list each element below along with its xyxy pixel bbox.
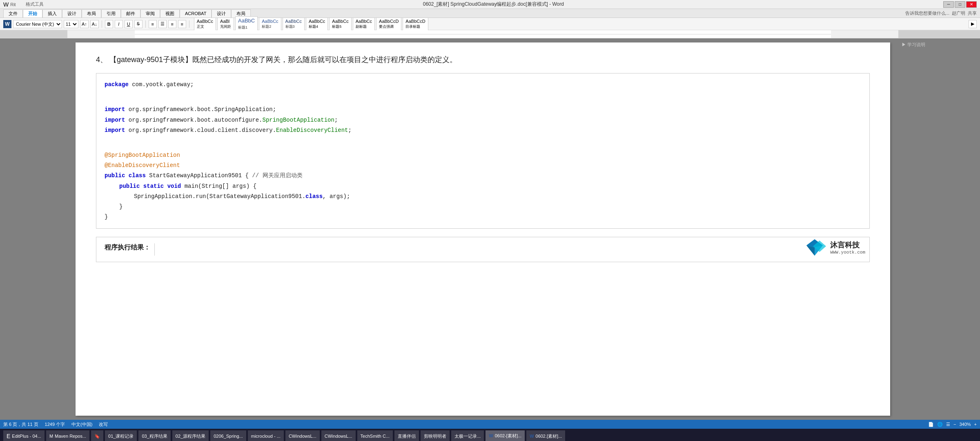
taskbar-results[interactable]: 03_程序结果 — [138, 430, 170, 441]
code-line-annotation2: @EnableDiscoveryClient — [105, 160, 861, 171]
minimize-button[interactable]: ─ — [943, 1, 954, 8]
ribbon-tabs: 文件 开始 插入 设计 布局 引用 邮件 审阅 视图 ACROBAT 设计 布局… — [0, 9, 980, 18]
style-h4[interactable]: AaBbCc标题4 — [306, 18, 328, 31]
style-normal[interactable]: AaBbCc正文 — [194, 18, 216, 31]
taskbar-windows2[interactable]: CWindowsL... — [321, 430, 356, 441]
view-mode-web[interactable]: 🌐 — [937, 422, 943, 427]
ruler — [0, 30, 980, 38]
view-mode-outline[interactable]: ☰ — [946, 422, 950, 427]
window-controls[interactable]: ─ □ ✕ — [943, 1, 977, 8]
tab-references[interactable]: 引用 — [101, 9, 121, 18]
tab-home[interactable]: 开始 — [23, 9, 42, 18]
editplus-label: EditPlus - 04... — [12, 434, 41, 439]
taskbar-live[interactable]: 直播伴侣 — [394, 430, 419, 441]
tab-file[interactable]: 文件 — [3, 9, 23, 18]
brace-close1: } — [119, 203, 122, 210]
view-mode-print[interactable]: 📄 — [928, 422, 934, 427]
tab-design[interactable]: 设计 — [62, 9, 82, 18]
tools-tab[interactable]: 格式工具 — [26, 1, 44, 7]
font-family-select[interactable]: Courier New (中文) — [13, 20, 62, 28]
align-left-btn[interactable]: ≡ — [149, 20, 157, 28]
tab-view[interactable]: 视图 — [160, 9, 180, 18]
taskbar-word2[interactable]: W 0602.[素材]... — [526, 430, 565, 441]
clip-label: 剪映明明者 — [424, 433, 446, 439]
kw-import1: import — [105, 106, 125, 113]
ruler-left-margin — [0, 30, 67, 38]
style-subtitle[interactable]: AaBbCc副标题 — [353, 18, 375, 31]
font-toolbar: W Courier New (中文) 11 A↑ A↓ B I U S̶ ≡ ☰… — [0, 18, 980, 30]
style-h5[interactable]: AaBbCc标题5 — [329, 18, 351, 31]
code-line-import2: import org.springframework.boot.autoconf… — [105, 115, 861, 125]
taskbar-windows1[interactable]: CWindowsL... — [285, 430, 320, 441]
taskbar-source[interactable]: 02_源程序结果 — [172, 430, 209, 441]
zoom-out[interactable]: − — [953, 422, 956, 427]
main-sig: main(String[] args) { — [185, 183, 256, 189]
windows2-label: CWindowsL... — [325, 434, 352, 439]
code-line-annotation1: @SpringBootApplication — [105, 150, 861, 160]
strikethrough-btn[interactable]: S̶ — [134, 20, 143, 28]
taskbar-clip[interactable]: 剪映明明者 — [421, 430, 450, 441]
style-emphasis[interactable]: AaBbCcD要点强调 — [376, 18, 401, 31]
class-comment: // 网关应用启动类 — [252, 172, 302, 179]
zoom-in[interactable]: + — [974, 422, 977, 427]
taskbar-word1[interactable]: W 0602-[素材]... — [486, 430, 525, 441]
spring-label: 0206_Spring... — [214, 434, 243, 439]
underline-btn[interactable]: U — [125, 20, 133, 28]
align-right-btn[interactable]: ≡ — [168, 20, 176, 28]
decrease-font-btn[interactable]: A↓ — [90, 20, 99, 28]
share-button[interactable]: 共享 — [968, 10, 977, 16]
import2-classname: SpringBootApplication — [262, 117, 334, 123]
taskbar-techsmith[interactable]: TechSmith C... — [357, 430, 393, 441]
close-button[interactable]: ✕ — [966, 1, 977, 8]
tab-insert[interactable]: 插入 — [42, 9, 62, 18]
justify-btn[interactable]: ≡ — [178, 20, 186, 28]
help-search[interactable]: 告诉我您想要做什么... — [905, 10, 949, 16]
run-args: , args); — [323, 193, 350, 200]
italic-btn[interactable]: I — [115, 20, 123, 28]
taskbar-spring[interactable]: 0206_Spring... — [210, 430, 246, 441]
word-logo: W — [3, 20, 11, 28]
code-line-run: SpringApplication.run(StartGatewayApplic… — [105, 192, 861, 202]
spring-app-run: SpringApplication.run(StartGatewayApplic… — [134, 193, 305, 200]
taskbar-bookmark[interactable]: 🔖 — [91, 430, 103, 441]
package-name: com.yootk.gateway; — [132, 81, 194, 88]
document-page[interactable]: 4、 【gateway-9501子模块】既然已经成功的开发了网关，那么随后就可以… — [76, 42, 890, 416]
tab-review[interactable]: 审阅 — [140, 9, 160, 18]
taskbar-microcloud[interactable]: microcloud - ... — [248, 430, 284, 441]
align-center-btn[interactable]: ☰ — [158, 20, 167, 28]
taskbar-taiji[interactable]: 太极一记录... — [451, 430, 484, 441]
style-nospace[interactable]: AaBl无间距 — [217, 18, 234, 31]
style-gallery: AaBbCc正文 AaBl无间距 AaBbC标题1 AaBbCc标题2 AaBb… — [192, 16, 430, 31]
import3-semi: ; — [348, 127, 352, 134]
code-blank-3 — [105, 136, 861, 143]
restore-button[interactable]: □ — [955, 1, 965, 8]
heading-text: 【gateway-9501子模块】既然已经成功的开发了网关，那么随后就可以在项目… — [109, 56, 457, 64]
kw-static: static — [143, 183, 164, 189]
annotation-discovery: @EnableDiscoveryClient — [105, 162, 180, 169]
right-panel-toggle[interactable]: ▶ — [969, 20, 977, 28]
style-h3[interactable]: AaBbCc标题3 — [283, 18, 305, 31]
kw-import3: import — [105, 127, 125, 134]
style-h1[interactable]: AaBbC标题1 — [235, 16, 258, 31]
results-label: 03_程序结果 — [142, 433, 167, 439]
ruler-marks — [135, 30, 831, 38]
tab-mail[interactable]: 邮件 — [121, 9, 140, 18]
maven-label: Maven Repos... — [55, 434, 86, 439]
taskbar-maven[interactable]: M Maven Repos... — [46, 430, 89, 441]
editplus-icon: E — [7, 433, 10, 439]
style-h2[interactable]: AaBbCc标题2 — [259, 18, 281, 31]
divider2 — [145, 20, 146, 28]
taskbar-editplus[interactable]: E EditPlus - 04... — [3, 430, 45, 441]
font-size-select[interactable]: 11 — [64, 20, 78, 28]
language: 中文(中国) — [71, 421, 92, 428]
kw-class2: class — [305, 193, 323, 200]
kw-public1: public — [105, 172, 125, 179]
bold-btn[interactable]: B — [105, 20, 113, 28]
company-name: 沐言科技 — [830, 240, 865, 250]
tab-layout[interactable]: 布局 — [82, 9, 101, 18]
increase-font-btn[interactable]: A↑ — [80, 20, 89, 28]
tab-rit[interactable]: Rit — [10, 2, 16, 7]
style-toc[interactable]: AaBbCcD目录标题 — [403, 18, 428, 31]
taskbar-notes1[interactable]: 01_课程记录 — [105, 430, 137, 441]
code-block[interactable]: package com.yootk.gateway; import org.sp… — [96, 73, 870, 229]
